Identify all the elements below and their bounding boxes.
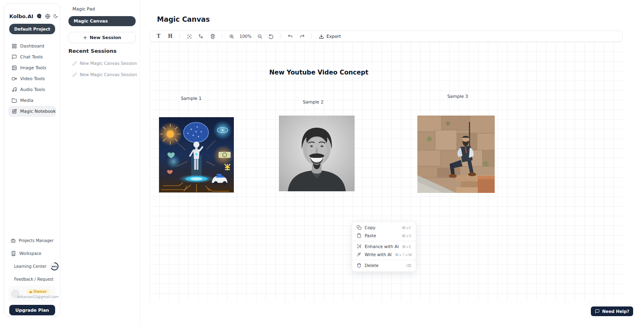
session-list-item[interactable]: New Magic Canvas Session xyxy=(72,72,137,77)
help-chat-icon xyxy=(595,309,600,314)
menu-divider xyxy=(352,241,416,241)
zoom-level-value[interactable]: 100% xyxy=(239,34,252,39)
download-icon xyxy=(319,34,324,39)
sidebar-item-chat-tools[interactable]: Chat Tools xyxy=(8,52,56,62)
canvas-toolbar: T H 100% Export xyxy=(150,31,623,42)
learning-progress-value: 66% xyxy=(52,265,58,267)
select-area-button[interactable] xyxy=(186,33,193,40)
zoom-in-icon xyxy=(229,34,234,39)
music-note-icon xyxy=(12,87,17,92)
zoom-out-icon xyxy=(257,34,262,39)
sample-image-1[interactable] xyxy=(159,117,234,192)
menu-item-shortcut: ⌘+⇧+W xyxy=(395,252,412,257)
menu-item-label: Enhance with AI xyxy=(365,244,399,249)
sidebar-nav: Dashboard Chat Tools Image Tools Video T… xyxy=(8,41,56,117)
app-root: Kolbo.AI Default Project Dashboard xyxy=(0,0,644,327)
sidebar-item-label: Media xyxy=(20,98,33,103)
rotate-reset-icon xyxy=(269,34,274,39)
menu-item-label: Paste xyxy=(365,233,398,238)
menu-item-shortcut: ⌘+E xyxy=(402,244,411,249)
toolbar-divider xyxy=(311,33,312,39)
context-menu-item-enhance-with-ai[interactable]: Enhance with AI ⌘+E xyxy=(352,242,416,250)
session-title: New Magic Canvas Session xyxy=(80,72,137,77)
sample-label-2[interactable]: Sample 2 xyxy=(303,99,324,105)
paste-icon xyxy=(357,233,361,238)
sidebar-item-label: Learning Center xyxy=(14,264,46,269)
sidebar-item-audio-tools[interactable]: Audio Tools xyxy=(8,84,56,95)
dark-mode-moon-icon[interactable] xyxy=(53,14,58,19)
connector-tool-button[interactable] xyxy=(197,33,204,40)
chat-icon xyxy=(12,54,17,60)
folder-icon xyxy=(12,98,17,103)
user-card[interactable]: Owner zoharvan12@gmail.com xyxy=(8,286,56,302)
sidebar-item-feedback-request[interactable]: Feedback / Request xyxy=(8,273,56,286)
reset-view-button[interactable] xyxy=(268,33,275,40)
sidebar-item-video-tools[interactable]: Video Tools xyxy=(8,73,56,84)
sidebar-item-image-tools[interactable]: Image Tools xyxy=(8,62,56,73)
sidebar-item-media[interactable]: Media xyxy=(8,95,56,106)
page-title: Magic Canvas xyxy=(157,15,210,23)
owner-badge-label: Owner xyxy=(33,290,47,294)
toolbar-divider xyxy=(281,33,281,39)
dashboard-icon xyxy=(12,43,17,49)
project-selector[interactable]: Default Project xyxy=(9,24,55,34)
app-logo: Kolbo.AI xyxy=(9,13,33,19)
sidebar-item-dashboard[interactable]: Dashboard xyxy=(8,41,56,52)
context-menu-item-paste[interactable]: Paste ⌘+V xyxy=(352,232,416,240)
sample-image-2[interactable] xyxy=(279,116,355,191)
sidebar-bottom-nav: Projects Manager Workspace Learning Cent… xyxy=(8,234,56,286)
trash-icon xyxy=(357,263,361,268)
canvas-heading-text[interactable]: New Youtube Video Concept xyxy=(269,69,368,76)
sidebar: Kolbo.AI Default Project Dashboard xyxy=(4,3,60,317)
sidebar-item-label: Image Tools xyxy=(20,65,46,70)
canvas-grid-area[interactable]: New Youtube Video Concept Sample 1 Sampl… xyxy=(150,42,622,301)
menu-divider xyxy=(352,260,416,260)
export-label: Export xyxy=(326,34,341,39)
logo-row: Kolbo.AI xyxy=(9,12,56,21)
sidebar-item-label: Dashboard xyxy=(20,43,44,49)
chevron-down-icon xyxy=(47,27,52,32)
delete-tool-button[interactable] xyxy=(209,33,216,40)
redo-button[interactable] xyxy=(298,33,305,40)
heading-tool-button[interactable]: H xyxy=(167,33,174,40)
pencil-icon xyxy=(72,61,77,66)
new-session-label: New Session xyxy=(90,35,121,40)
session-list-item[interactable]: New Magic Canvas Session xyxy=(72,61,137,66)
upgrade-plan-button[interactable]: Upgrade Plan xyxy=(9,305,55,315)
heading-tool-icon: H xyxy=(168,33,172,39)
sidebar-item-learning-center[interactable]: Learning Center 66% xyxy=(8,260,56,273)
sidebar-item-workspace[interactable]: Workspace xyxy=(8,247,56,260)
sample-image-3[interactable] xyxy=(417,116,495,193)
sidebar-item-projects-manager[interactable]: Projects Manager xyxy=(8,234,56,247)
sidebar-item-label: Video Tools xyxy=(20,76,45,81)
menu-item-label: Delete xyxy=(365,263,403,268)
panel-item-magic-canvas[interactable]: Magic Canvas xyxy=(68,16,136,26)
undo-button[interactable] xyxy=(287,33,294,40)
sidebar-item-label: Feedback / Request xyxy=(14,277,54,281)
menu-item-shortcut: ⌫ xyxy=(406,263,411,268)
context-menu-item-delete[interactable]: Delete ⌫ xyxy=(352,261,416,269)
learning-progress-ring: 66% xyxy=(50,262,59,271)
text-tool-button[interactable]: T xyxy=(155,33,162,40)
language-globe-icon[interactable] xyxy=(45,14,50,19)
sparkles-icon xyxy=(357,252,361,257)
sample-label-3[interactable]: Sample 3 xyxy=(447,94,468,99)
user-email: zoharvan12@gmail.com xyxy=(17,295,58,299)
sidebar-item-label: Audio Tools xyxy=(20,87,45,92)
zoom-out-button[interactable] xyxy=(256,33,263,40)
sample-label-1[interactable]: Sample 1 xyxy=(181,96,202,101)
sidebar-item-magic-notebook[interactable]: Magic Notebook xyxy=(8,106,56,117)
new-session-button[interactable]: New Session xyxy=(68,32,136,43)
export-button[interactable]: Export xyxy=(319,34,341,39)
panel-item-magic-pad[interactable]: Magic Pad xyxy=(72,6,95,12)
sidebar-item-label: Magic Notebook xyxy=(20,109,56,114)
need-help-label: Need Help? xyxy=(602,309,629,314)
zoom-in-button[interactable] xyxy=(228,33,235,40)
context-menu-item-copy[interactable]: Copy ⌘+C xyxy=(352,224,416,232)
plus-icon xyxy=(83,35,87,40)
context-menu: Copy ⌘+C Paste ⌘+V Enhance with AI ⌘+E W… xyxy=(352,221,416,272)
context-menu-item-write-with-ai[interactable]: Write with AI ⌘+⇧+W xyxy=(352,250,416,259)
need-help-button[interactable]: Need Help? xyxy=(591,306,633,316)
redo-icon xyxy=(299,34,305,39)
sidebar-item-label: Workspace xyxy=(19,251,41,256)
